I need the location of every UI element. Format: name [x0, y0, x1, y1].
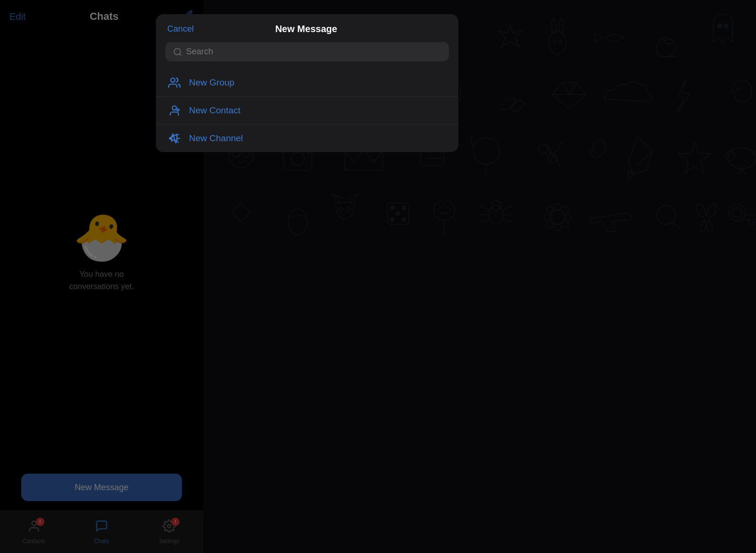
modal-search-icon [173, 47, 182, 57]
new-group-label: New Group [189, 77, 234, 88]
modal-header: Cancel New Message [156, 14, 458, 42]
new-contact-menu-item[interactable]: New Contact [156, 97, 458, 125]
svg-point-75 [171, 78, 175, 82]
new-contact-label: New Contact [189, 105, 241, 116]
modal-search-input[interactable] [186, 47, 441, 57]
modal-cancel-button[interactable]: Cancel [167, 24, 194, 34]
modal-menu: New Group New Contact [156, 69, 458, 152]
modal-title: New Message [275, 24, 337, 34]
new-contact-icon [167, 104, 181, 117]
modal-search-bar[interactable] [165, 42, 449, 61]
new-channel-icon [167, 132, 181, 145]
svg-point-76 [172, 106, 177, 110]
new-channel-label: New Channel [189, 133, 243, 144]
new-message-modal: Cancel New Message New Group [156, 14, 458, 152]
new-group-icon [167, 77, 181, 89]
new-channel-menu-item[interactable]: New Channel [156, 125, 458, 152]
new-group-menu-item[interactable]: New Group [156, 69, 458, 97]
